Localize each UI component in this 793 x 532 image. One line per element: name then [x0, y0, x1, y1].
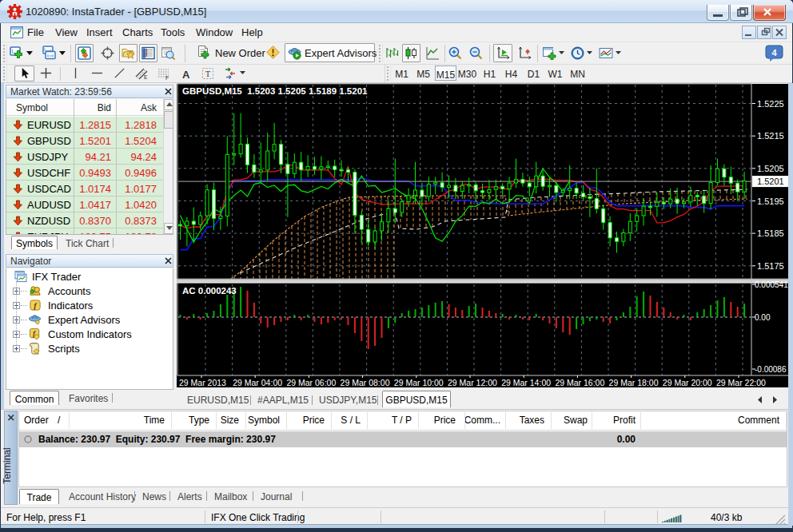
- svg-text:AC 0.000243: AC 0.000243: [182, 286, 237, 296]
- svg-text:T: T: [205, 69, 210, 78]
- svg-text:E: E: [144, 74, 148, 80]
- svg-text:1.5201: 1.5201: [757, 177, 784, 186]
- svg-text:-0.00086: -0.00086: [755, 365, 787, 374]
- svg-text:1.5225: 1.5225: [757, 99, 784, 109]
- svg-text:0.000541: 0.000541: [755, 280, 788, 289]
- svg-text:F: F: [165, 75, 169, 81]
- svg-text:4: 4: [771, 48, 777, 58]
- svg-text:1.5215: 1.5215: [757, 131, 784, 141]
- svg-text:29 Mar 04:00: 29 Mar 04:00: [233, 378, 282, 387]
- svg-text:29 Mar 16:00: 29 Mar 16:00: [555, 378, 604, 387]
- svg-text:29 Mar 06:00: 29 Mar 06:00: [286, 378, 336, 387]
- svg-text:1.5185: 1.5185: [757, 228, 784, 238]
- svg-text:29 Mar 22:00: 29 Mar 22:00: [716, 378, 766, 387]
- svg-text:1.5205: 1.5205: [757, 164, 784, 173]
- svg-text:29 Mar 14:00: 29 Mar 14:00: [501, 378, 551, 387]
- svg-text:GBPUSD,M15 1.5203 1.5205 1.51: GBPUSD,M15 1.5203 1.5205 1.5189 1.5201: [182, 86, 368, 96]
- svg-text:29 Mar 08:00: 29 Mar 08:00: [341, 378, 390, 387]
- svg-text:29 Mar 18:00: 29 Mar 18:00: [609, 378, 659, 387]
- svg-text:29 Mar 2013: 29 Mar 2013: [179, 378, 226, 387]
- svg-text:29 Mar 20:00: 29 Mar 20:00: [663, 378, 712, 387]
- svg-text:29 Mar 10:00: 29 Mar 10:00: [394, 378, 444, 387]
- svg-text:1.5195: 1.5195: [757, 197, 784, 206]
- svg-text:29 Mar 12:00: 29 Mar 12:00: [448, 378, 497, 387]
- svg-text:0.00: 0.00: [755, 313, 771, 322]
- svg-text:1.5175: 1.5175: [757, 261, 784, 271]
